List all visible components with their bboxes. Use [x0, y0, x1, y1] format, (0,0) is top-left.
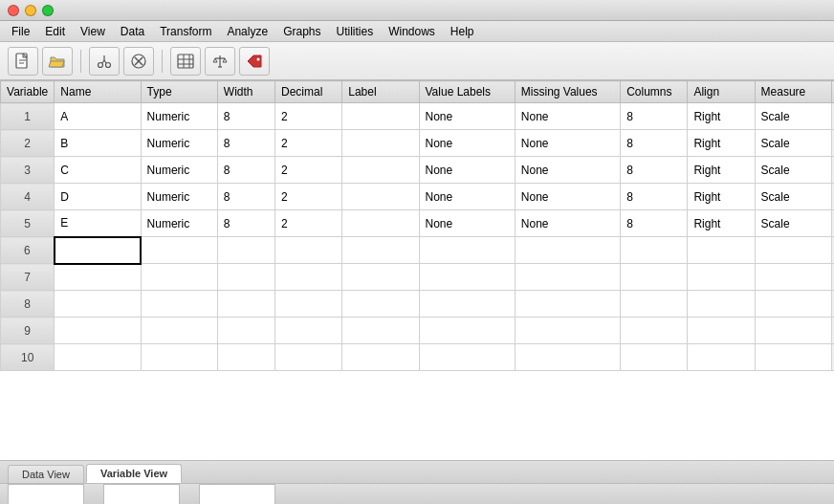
cell-decimal[interactable]	[275, 318, 342, 344]
cell-valuelabels[interactable]	[419, 237, 515, 264]
col-header-type[interactable]: Type	[141, 81, 217, 103]
cell-decimal[interactable]	[275, 237, 342, 264]
cell-measure[interactable]: Scale	[755, 210, 831, 237]
cell-columns[interactable]: 8	[621, 210, 688, 237]
cell-width[interactable]: 8	[217, 210, 274, 237]
cell-measure[interactable]	[755, 237, 831, 264]
cell-columns[interactable]	[621, 318, 688, 344]
row-number[interactable]: 7	[1, 264, 55, 291]
cell-align[interactable]: Right	[688, 103, 755, 130]
cell-align[interactable]: Right	[688, 130, 755, 157]
new-file-button[interactable]	[8, 47, 38, 76]
cell-valuelabels[interactable]: None	[419, 184, 515, 210]
scale-button[interactable]	[205, 47, 235, 76]
col-header-name[interactable]: Name	[55, 81, 141, 103]
cell-decimal[interactable]: 2	[275, 130, 342, 157]
cell-decimal[interactable]	[275, 291, 342, 318]
cell-name[interactable]: D	[55, 184, 141, 210]
cut-button[interactable]	[89, 47, 120, 76]
menu-item-analyze[interactable]: Analyze	[219, 23, 275, 40]
cell-missingvalues[interactable]: None	[515, 103, 620, 130]
col-header-decimal[interactable]: Decimal	[275, 81, 342, 103]
cell-label[interactable]	[342, 318, 419, 344]
menu-item-utilities[interactable]: Utilities	[328, 23, 381, 40]
row-number[interactable]: 10	[1, 344, 55, 371]
cell-width[interactable]: 8	[217, 184, 274, 210]
menu-item-file[interactable]: File	[4, 23, 37, 40]
cell-type[interactable]	[141, 237, 217, 264]
col-header-rownum[interactable]: Variable	[1, 81, 55, 103]
cell-width[interactable]: 8	[217, 103, 274, 130]
cell-missingvalues[interactable]	[515, 264, 620, 291]
cell-valuelabels[interactable]: None	[419, 157, 515, 184]
cell-decimal[interactable]: 2	[275, 157, 342, 184]
cell-align[interactable]: Right	[688, 210, 755, 237]
cell-columns[interactable]	[621, 237, 688, 264]
cell-type[interactable]: Numeric	[141, 157, 217, 184]
col-header-label[interactable]: Label	[342, 81, 419, 103]
cell-type[interactable]: Numeric	[141, 130, 217, 157]
cell-type[interactable]: Numeric	[141, 103, 217, 130]
cell-align[interactable]	[688, 318, 755, 344]
cell-columns[interactable]	[621, 344, 688, 371]
cell-align[interactable]: Right	[688, 157, 755, 184]
row-number[interactable]: 1	[1, 103, 55, 130]
cell-type[interactable]	[141, 318, 217, 344]
cell-valuelabels[interactable]	[419, 291, 515, 318]
cell-label[interactable]	[342, 157, 419, 184]
cell-missingvalues[interactable]	[515, 291, 620, 318]
cell-missingvalues[interactable]	[515, 237, 620, 264]
cell-columns[interactable]: 8	[621, 103, 688, 130]
cell-decimal[interactable]: 2	[275, 184, 342, 210]
label-button[interactable]	[239, 47, 270, 76]
cell-name[interactable]: C	[55, 157, 141, 184]
copy-button[interactable]	[123, 47, 154, 76]
menu-item-windows[interactable]: Windows	[381, 23, 443, 40]
cell-measure[interactable]	[755, 291, 831, 318]
window-controls[interactable]	[8, 5, 54, 16]
cell-align[interactable]	[688, 264, 755, 291]
row-number[interactable]: 4	[1, 184, 55, 210]
cell-type[interactable]	[141, 264, 217, 291]
cell-label[interactable]	[342, 184, 419, 210]
menu-item-view[interactable]: View	[73, 23, 113, 40]
menu-item-edit[interactable]: Edit	[37, 23, 73, 40]
cell-width[interactable]: 8	[217, 157, 274, 184]
row-number[interactable]: 3	[1, 157, 55, 184]
cell-label[interactable]	[342, 237, 419, 264]
cell-decimal[interactable]: 2	[275, 210, 342, 237]
cell-measure[interactable]	[755, 318, 831, 344]
cell-missingvalues[interactable]: None	[515, 184, 620, 210]
cell-align[interactable]: Right	[688, 184, 755, 210]
cell-name[interactable]	[55, 318, 141, 344]
cell-align[interactable]	[688, 237, 755, 264]
cell-missingvalues[interactable]	[515, 344, 620, 371]
row-number[interactable]: 5	[1, 210, 55, 237]
cell-name[interactable]	[55, 237, 141, 264]
cell-label[interactable]	[342, 210, 419, 237]
row-number[interactable]: 6	[1, 237, 55, 264]
cell-missingvalues[interactable]	[515, 318, 620, 344]
tab-data-view[interactable]: Data View	[8, 465, 84, 483]
cell-label[interactable]	[342, 264, 419, 291]
cell-decimal[interactable]: 2	[275, 103, 342, 130]
cell-type[interactable]	[141, 291, 217, 318]
cell-type[interactable]: Numeric	[141, 184, 217, 210]
cell-valuelabels[interactable]: None	[419, 130, 515, 157]
cell-width[interactable]	[217, 291, 274, 318]
menu-item-graphs[interactable]: Graphs	[275, 23, 328, 40]
cell-width[interactable]	[217, 318, 274, 344]
col-header-columns[interactable]: Columns	[621, 81, 688, 103]
cell-measure[interactable]	[755, 344, 831, 371]
cell-valuelabels[interactable]	[419, 264, 515, 291]
row-number[interactable]: 8	[1, 291, 55, 318]
cell-width[interactable]	[217, 264, 274, 291]
menu-item-transform[interactable]: Transform	[152, 23, 219, 40]
menu-item-data[interactable]: Data	[113, 23, 152, 40]
cell-type[interactable]: Numeric	[141, 210, 217, 237]
menu-item-help[interactable]: Help	[443, 23, 482, 40]
cell-decimal[interactable]	[275, 264, 342, 291]
col-header-missingvalues[interactable]: Missing Values	[515, 81, 620, 103]
col-header-measure[interactable]: Measure	[755, 81, 831, 103]
cell-width[interactable]: 8	[217, 130, 274, 157]
